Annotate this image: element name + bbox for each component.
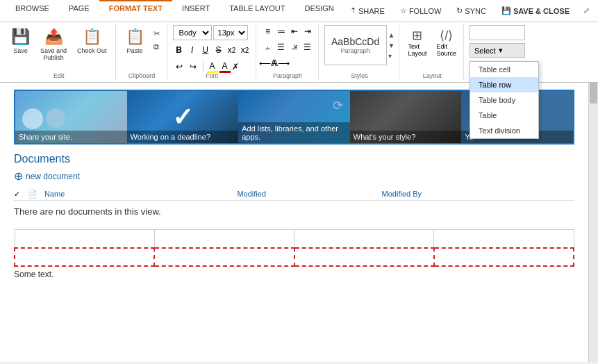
styles-more-arrow[interactable]: ▾ [388,52,395,60]
edit-source-button[interactable]: ⟨/⟩ EditSource [434,25,460,60]
align-left-button[interactable]: ⫠ [262,41,274,53]
sync-button[interactable]: ↻ SYNC [452,5,490,17]
top-nav-tabs: BROWSE PAGE FORMAT TEXT INSERT TABLE LAY… [6,0,344,22]
sync-icon: ↻ [456,6,463,15]
edit-group-label: Edit [3,72,115,79]
styles-down-arrow[interactable]: ▼ [388,42,395,49]
font-group: Body 13px B I U S x2 x2 ↩ ↪ [169,24,256,81]
paste-button[interactable]: 📋 Paste [122,25,149,57]
tab-design[interactable]: DESIGN [295,0,344,22]
italic-button[interactable]: I [186,44,199,56]
dropdown-item-text-division[interactable]: Text division [470,123,538,138]
clear-format-button[interactable]: ✗ [232,62,239,72]
tile-share-site[interactable]: Share your site. [15,91,127,143]
cut-icon: ✂ [153,29,160,38]
plus-icon: ⊕ [14,169,23,183]
align-justify-button[interactable]: ☰ [301,41,314,53]
modified-by-col-header[interactable]: Modified By [382,190,574,199]
font-group-label: Font [169,72,256,79]
rtl-button[interactable]: A⟶ [275,57,288,69]
select-label: Select [474,47,496,55]
star-icon: ☆ [400,6,407,15]
table-cell-selected[interactable] [154,248,294,266]
paste-icon: 📋 [126,28,144,46]
publish-icon: 📤 [44,28,63,46]
copy-button[interactable]: ⧉ [151,41,163,53]
indent-increase-button[interactable]: ⇥ [301,25,314,38]
save-publish-button[interactable]: 📤 Save andPublish [36,25,71,64]
table-area: Some text. [14,229,574,279]
strikethrough-button[interactable]: S [213,44,225,56]
dropdown-item-table-body[interactable]: Table body [470,92,538,108]
save-button[interactable]: 💾 Save [7,25,34,57]
select-button[interactable]: Select ▾ [470,43,525,58]
cut-button[interactable]: ✂ [151,28,163,40]
table-cell[interactable] [154,230,294,248]
highlight-color-button[interactable]: A [207,61,218,73]
table-cell-selected[interactable] [294,248,434,266]
font-top-row: Body 13px [173,25,248,40]
scrollbar-thumb [590,83,597,104]
subscript-button[interactable]: x2 [226,44,238,56]
expand-button[interactable]: ⤢ [581,5,592,17]
tab-format-text[interactable]: FORMAT TEXT [99,0,172,22]
edit-source-icon: ⟨/⟩ [440,28,453,43]
underline-button[interactable]: U [199,44,212,56]
dropdown-item-table-cell[interactable]: Table cell [470,62,538,77]
top-nav-right: ⇡ SHARE ☆ FOLLOW ↻ SYNC 💾 SAVE & CLOSE ⤢ [346,5,592,17]
new-document-link[interactable]: ⊕ new document [14,169,574,183]
list-ordered-button[interactable]: ≔ [275,25,288,38]
tab-table-layout[interactable]: TABLE LAYOUT [219,0,294,22]
follow-button[interactable]: ☆ FOLLOW [396,5,445,17]
text-layout-button[interactable]: ⊞ TextLayout [405,25,429,60]
table-row-selected[interactable] [15,248,574,266]
modified-col-header[interactable]: Modified [237,190,381,199]
styles-up-arrow[interactable]: ▲ [388,31,395,39]
redo-button[interactable]: ↪ [187,60,199,73]
font-color-button[interactable]: A [219,61,231,73]
checkmark-icon: ✓ [172,103,193,132]
ribbon: 💾 Save 📤 Save andPublish 📋 Check Out Edi… [0,22,598,83]
highlight-icon: A [210,61,215,71]
tab-page[interactable]: PAGE [59,0,99,22]
dropdown-item-table-row[interactable]: Table row [470,77,538,92]
bold-button[interactable]: B [173,44,185,56]
font-size-select[interactable]: 13px [213,25,248,40]
table-cell[interactable] [434,230,574,248]
styles-group: AaBbCcDd Paragraph ▲ ▼ ▾ Styles [320,24,400,81]
checkout-button[interactable]: 📋 Check Out [73,25,111,57]
table-cell-selected[interactable] [15,248,154,266]
list-unordered-button[interactable]: ≡ [262,25,274,38]
scrollbar[interactable] [588,83,598,362]
table-cell[interactable] [294,230,434,248]
table-cell[interactable] [15,230,154,248]
styles-group-content: AaBbCcDd Paragraph ▲ ▼ ▾ [324,25,395,79]
circle-shape-2 [46,108,65,128]
indent-decrease-button[interactable]: ⇤ [288,25,301,38]
icon-col: 📄 [28,190,44,199]
share-button[interactable]: ⇡ SHARE [346,5,389,17]
save-close-button[interactable]: 💾 SAVE & CLOSE [497,5,574,17]
superscript-button[interactable]: x2 [239,44,251,56]
share-icon: ⇡ [350,6,356,15]
align-center-button[interactable]: ☰ [275,41,288,53]
tile-deadline[interactable]: ✓ Working on a deadline? [127,91,239,143]
table-cell-selected[interactable] [434,248,574,266]
tab-browse[interactable]: BROWSE [6,0,59,22]
edit-group-content: 💾 Save 📤 Save andPublish 📋 Check Out [7,25,111,79]
arrows-icon: ⟳ [333,98,343,113]
font-color-row: ↩ ↪ A A ✗ [173,60,239,74]
styles-preview[interactable]: AaBbCcDd Paragraph [324,25,387,65]
dropdown-item-table[interactable]: Table [470,108,538,123]
text-layout-icon: ⊞ [412,28,422,43]
select-dropdown: Table cell Table row Table body Table Te… [470,61,539,139]
tab-insert[interactable]: INSERT [172,0,219,22]
paragraph-group: ≡ ≔ ⇤ ⇥ ⫠ ☰ ⫡ ☰ ⟵A A⟶ Paragraph [258,24,319,81]
search-input[interactable] [470,25,525,40]
tile-lists[interactable]: ⟳ Add lists, libraries, and other apps. [238,91,350,143]
name-col-header[interactable]: Name [44,190,237,199]
font-family-select[interactable]: Body [173,25,212,40]
undo-button[interactable]: ↩ [173,60,185,73]
tile-style[interactable]: What's your style? [350,91,462,143]
align-right-button[interactable]: ⫡ [288,41,301,53]
